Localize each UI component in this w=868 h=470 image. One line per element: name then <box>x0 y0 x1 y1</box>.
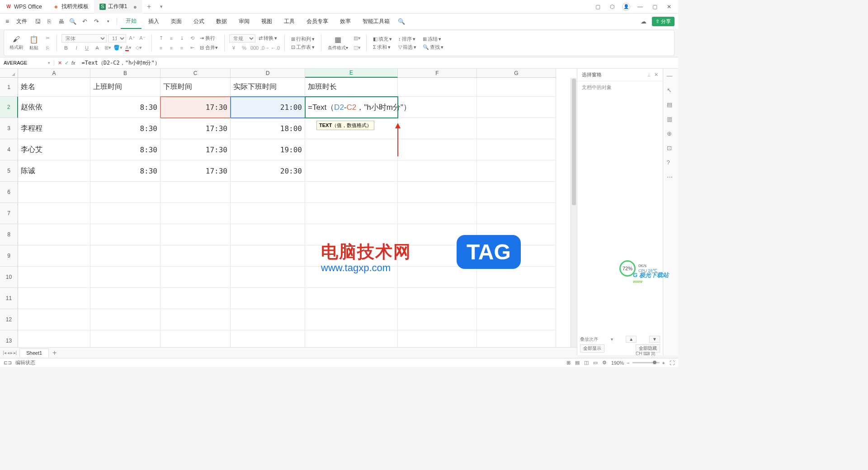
align-mid-icon[interactable]: ≡ <box>167 34 176 42</box>
settings-icon[interactable]: ⚙ <box>602 360 607 366</box>
cell-C10[interactable] <box>160 267 231 288</box>
convert-button[interactable]: ⇄ 转换▾ <box>257 35 279 42</box>
row-header-9[interactable]: 9 <box>0 245 18 267</box>
cell-E12[interactable] <box>305 309 398 330</box>
cell-C8[interactable] <box>160 224 231 245</box>
row-header-3[interactable]: 3 <box>0 118 18 139</box>
cell-C6[interactable] <box>160 182 231 203</box>
zoom-control[interactable]: 190% − + <box>611 360 665 366</box>
save-icon[interactable]: 🖫 <box>33 16 42 26</box>
spreadsheet-grid[interactable]: A B C D E F G 12345678910111213 姓名 上班时间 … <box>0 69 577 355</box>
sheet-tab[interactable]: Sheet1 <box>19 348 49 357</box>
cell-C7[interactable] <box>160 203 231 224</box>
cell-B9[interactable] <box>90 245 160 267</box>
cell-F1[interactable] <box>398 78 477 97</box>
cell-F4[interactable] <box>398 139 477 160</box>
cell-F10[interactable] <box>398 267 477 288</box>
cell-D12[interactable] <box>231 309 305 330</box>
cell-F3[interactable] <box>398 118 477 139</box>
font-color-icon[interactable]: A▾ <box>124 44 133 52</box>
cell-E4[interactable] <box>305 139 398 160</box>
filter-button[interactable]: ▽ 筛选▾ <box>396 44 418 51</box>
first-sheet-icon[interactable]: |◂ <box>3 350 6 355</box>
last-sheet-icon[interactable]: ▸| <box>14 350 17 355</box>
view-break-icon[interactable]: ◫ <box>584 360 589 366</box>
dec-dec-icon[interactable]: ←.0 <box>271 44 280 52</box>
cell-A12[interactable] <box>18 309 90 330</box>
sort-button[interactable]: ↕ 排序▾ <box>396 36 418 42</box>
menu-tab-view[interactable]: 视图 <box>256 14 277 29</box>
app-box-icon[interactable]: ▢ <box>593 4 602 10</box>
cell-E1[interactable]: 加班时长 <box>305 78 398 97</box>
cell-B1[interactable]: 上班时间 <box>90 78 160 97</box>
cell-E6[interactable] <box>305 182 398 203</box>
wrap-button[interactable]: ⇥ 换行 <box>198 35 217 42</box>
more-icon[interactable]: ⋯ <box>667 174 675 182</box>
cell-F7[interactable] <box>398 203 477 224</box>
next-sheet-icon[interactable]: ▸ <box>10 350 13 355</box>
row-header-5[interactable]: 5 <box>0 160 18 182</box>
cell-A10[interactable] <box>18 267 90 288</box>
menu-tab-data[interactable]: 数据 <box>211 14 232 29</box>
cell-G3[interactable] <box>477 118 556 139</box>
sum-button[interactable]: Σ 求和▾ <box>371 44 394 51</box>
col-header-C[interactable]: C <box>160 69 231 78</box>
cell-B3[interactable]: 8:30 <box>90 118 160 139</box>
highlight-icon[interactable]: ◇▾ <box>134 44 143 52</box>
undo-icon[interactable]: ↶ <box>80 16 90 26</box>
cell-A11[interactable] <box>18 288 90 309</box>
fill-button[interactable]: ◧ 填充▾ <box>371 36 394 42</box>
paste-group[interactable]: 📋 粘贴 <box>28 35 40 51</box>
cell-G4[interactable] <box>477 139 556 160</box>
select-all-corner[interactable] <box>0 69 18 78</box>
cell-D9[interactable] <box>231 245 305 267</box>
cell-D10[interactable] <box>231 267 305 288</box>
panel3-icon[interactable]: ⊕ <box>667 130 675 138</box>
row-header-10[interactable]: 10 <box>0 267 18 288</box>
view-page-icon[interactable]: ▤ <box>575 360 580 366</box>
vertical-scrollbar[interactable] <box>571 78 577 355</box>
cell-D5[interactable]: 20:30 <box>231 160 305 182</box>
col-header-E[interactable]: E <box>305 69 398 78</box>
col-header-D[interactable]: D <box>231 69 305 78</box>
tab-workbook[interactable]: S 工作簿1 ● <box>94 0 142 14</box>
view-reader-icon[interactable]: ▭ <box>593 360 598 366</box>
menu-tab-review[interactable]: 审阅 <box>234 14 255 29</box>
cell-G5[interactable] <box>477 160 556 182</box>
row-header-12[interactable]: 12 <box>0 309 18 330</box>
zoom-in-icon[interactable]: + <box>662 360 665 366</box>
cell-F12[interactable] <box>398 309 477 330</box>
italic-icon[interactable]: I <box>72 44 81 52</box>
align-top-icon[interactable]: ⤒ <box>156 34 165 42</box>
cell-B5[interactable]: 8:30 <box>90 160 160 182</box>
row-header-4[interactable]: 4 <box>0 139 18 160</box>
add-tab-button[interactable]: + <box>142 3 156 11</box>
record-icon[interactable]: ⊏⊐ <box>4 360 12 366</box>
fx-icon[interactable]: fx <box>71 60 75 66</box>
redo-icon[interactable]: ↷ <box>91 16 101 26</box>
cell-A5[interactable]: 陈诚 <box>18 160 90 182</box>
scroll-thumb[interactable] <box>572 79 576 205</box>
style1-icon[interactable]: ▨▾ <box>353 34 362 42</box>
border-icon[interactable]: ⊞▾ <box>103 44 112 52</box>
style2-icon[interactable]: ◫▾ <box>353 44 362 52</box>
rowcol-button[interactable]: ⊞ 行和列▾ <box>289 36 316 42</box>
col-header-G[interactable]: G <box>477 69 556 78</box>
prev-sheet-icon[interactable]: ◂ <box>7 350 9 355</box>
view-normal-icon[interactable]: ⊞ <box>566 360 571 366</box>
cell-E2-editing[interactable]: =Text（D2-C2，"h小时m分"） <box>305 97 398 118</box>
decrease-font-icon[interactable]: A⁻ <box>138 34 147 42</box>
move-up-icon[interactable]: ▲ <box>626 336 637 343</box>
format-brush-group[interactable]: 🖌 格式刷 <box>8 35 25 51</box>
formula-input[interactable]: =Text（D2-C2，"h小时m分"） <box>79 59 678 67</box>
cell-E11[interactable] <box>305 288 398 309</box>
menu-tab-member[interactable]: 会员专享 <box>302 14 333 29</box>
cell-A1[interactable]: 姓名 <box>18 78 90 97</box>
close-icon[interactable]: ● <box>133 3 137 10</box>
tab-wps-home[interactable]: W WPS Office <box>0 0 47 14</box>
tab-menu-button[interactable]: ▾ <box>156 4 167 9</box>
cell-D6[interactable] <box>231 182 305 203</box>
share-button[interactable]: ⇧ 分享 <box>652 17 675 26</box>
close-pane-icon[interactable]: ✕ <box>654 72 658 78</box>
fullscreen-icon[interactable]: ⛶ <box>670 360 675 366</box>
